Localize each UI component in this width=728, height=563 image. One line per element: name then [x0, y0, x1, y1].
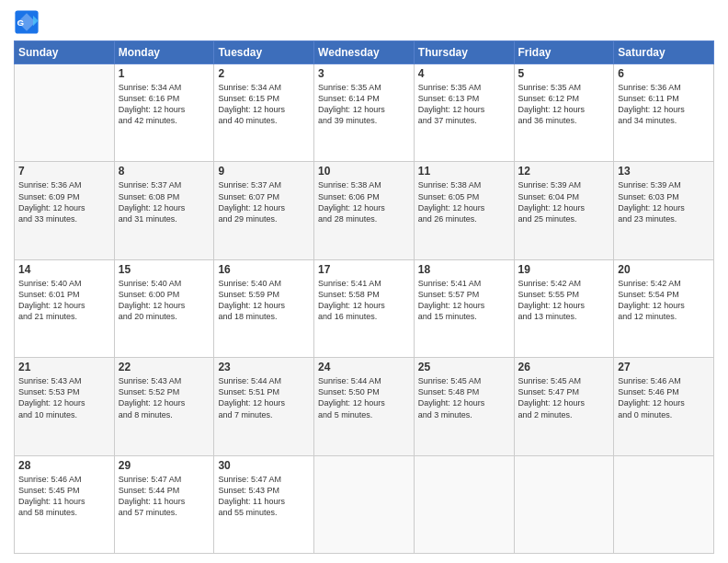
- day-info: Sunrise: 5:34 AM Sunset: 6:16 PM Dayligh…: [119, 82, 210, 127]
- day-cell: 8Sunrise: 5:37 AM Sunset: 6:08 PM Daylig…: [114, 162, 214, 259]
- day-number: 16: [218, 263, 310, 276]
- day-info: Sunrise: 5:40 AM Sunset: 6:01 PM Dayligh…: [18, 278, 110, 323]
- day-info: Sunrise: 5:36 AM Sunset: 6:11 PM Dayligh…: [618, 82, 710, 127]
- day-cell: 10Sunrise: 5:38 AM Sunset: 6:06 PM Dayli…: [314, 162, 415, 259]
- day-info: Sunrise: 5:45 AM Sunset: 5:48 PM Dayligh…: [418, 375, 510, 420]
- day-cell: [314, 455, 415, 553]
- day-cell: 9Sunrise: 5:37 AM Sunset: 6:07 PM Daylig…: [214, 162, 314, 259]
- day-number: 30: [218, 459, 310, 472]
- page: G SundayMondayTuesdayWednesdayThursdayFr…: [0, 0, 728, 563]
- weekday-header-row: SundayMondayTuesdayWednesdayThursdayFrid…: [15, 41, 714, 64]
- day-info: Sunrise: 5:41 AM Sunset: 5:58 PM Dayligh…: [318, 278, 410, 323]
- day-cell: 15Sunrise: 5:40 AM Sunset: 6:00 PM Dayli…: [114, 259, 214, 357]
- day-info: Sunrise: 5:45 AM Sunset: 5:47 PM Dayligh…: [518, 375, 610, 420]
- day-number: 12: [518, 165, 610, 178]
- weekday-header-wednesday: Wednesday: [314, 41, 415, 64]
- day-cell: 19Sunrise: 5:42 AM Sunset: 5:55 PM Dayli…: [514, 259, 614, 357]
- day-info: Sunrise: 5:39 AM Sunset: 6:04 PM Dayligh…: [518, 179, 610, 224]
- day-cell: [514, 455, 614, 553]
- weekday-header-saturday: Saturday: [614, 41, 714, 64]
- day-info: Sunrise: 5:44 AM Sunset: 5:51 PM Dayligh…: [218, 375, 310, 420]
- day-cell: 5Sunrise: 5:35 AM Sunset: 6:12 PM Daylig…: [514, 64, 614, 162]
- day-info: Sunrise: 5:43 AM Sunset: 5:53 PM Dayligh…: [18, 375, 110, 420]
- day-info: Sunrise: 5:47 AM Sunset: 5:44 PM Dayligh…: [119, 474, 210, 519]
- weekday-header-sunday: Sunday: [15, 41, 115, 64]
- day-info: Sunrise: 5:41 AM Sunset: 5:57 PM Dayligh…: [418, 278, 510, 323]
- day-cell: 25Sunrise: 5:45 AM Sunset: 5:48 PM Dayli…: [414, 358, 514, 455]
- day-number: 19: [518, 263, 610, 276]
- day-cell: 23Sunrise: 5:44 AM Sunset: 5:51 PM Dayli…: [214, 358, 314, 455]
- day-number: 27: [618, 361, 710, 373]
- day-number: 22: [119, 361, 210, 373]
- day-cell: 27Sunrise: 5:46 AM Sunset: 5:46 PM Dayli…: [614, 358, 714, 455]
- day-number: 10: [318, 165, 410, 178]
- day-info: Sunrise: 5:40 AM Sunset: 6:00 PM Dayligh…: [119, 278, 210, 323]
- day-number: 7: [18, 165, 110, 178]
- day-number: 24: [318, 361, 410, 373]
- logo: G: [14, 9, 43, 35]
- day-number: 3: [318, 67, 410, 80]
- day-number: 1: [119, 67, 210, 80]
- day-number: 28: [18, 459, 110, 472]
- svg-text:G: G: [17, 17, 25, 28]
- day-cell: [614, 455, 714, 553]
- day-info: Sunrise: 5:46 AM Sunset: 5:45 PM Dayligh…: [18, 474, 110, 519]
- day-number: 25: [418, 361, 510, 373]
- day-cell: 30Sunrise: 5:47 AM Sunset: 5:43 PM Dayli…: [214, 455, 314, 553]
- day-number: 23: [218, 361, 310, 373]
- day-number: 17: [318, 263, 410, 276]
- day-cell: 26Sunrise: 5:45 AM Sunset: 5:47 PM Dayli…: [514, 358, 614, 455]
- day-cell: 22Sunrise: 5:43 AM Sunset: 5:52 PM Dayli…: [114, 358, 214, 455]
- day-cell: 24Sunrise: 5:44 AM Sunset: 5:50 PM Dayli…: [314, 358, 415, 455]
- day-info: Sunrise: 5:39 AM Sunset: 6:03 PM Dayligh…: [618, 179, 710, 224]
- day-cell: 28Sunrise: 5:46 AM Sunset: 5:45 PM Dayli…: [15, 455, 115, 553]
- day-cell: 1Sunrise: 5:34 AM Sunset: 6:16 PM Daylig…: [114, 64, 214, 162]
- day-number: 14: [18, 263, 110, 276]
- day-info: Sunrise: 5:44 AM Sunset: 5:50 PM Dayligh…: [318, 375, 410, 420]
- day-info: Sunrise: 5:46 AM Sunset: 5:46 PM Dayligh…: [618, 375, 710, 420]
- week-row-2: 7Sunrise: 5:36 AM Sunset: 6:09 PM Daylig…: [15, 162, 714, 259]
- weekday-header-friday: Friday: [514, 41, 614, 64]
- calendar-table: SundayMondayTuesdayWednesdayThursdayFrid…: [14, 40, 714, 554]
- day-number: 13: [618, 165, 710, 178]
- day-number: 15: [119, 263, 210, 276]
- weekday-header-tuesday: Tuesday: [214, 41, 314, 64]
- day-info: Sunrise: 5:35 AM Sunset: 6:13 PM Dayligh…: [418, 82, 510, 127]
- day-info: Sunrise: 5:36 AM Sunset: 6:09 PM Dayligh…: [18, 179, 110, 224]
- day-info: Sunrise: 5:42 AM Sunset: 5:54 PM Dayligh…: [618, 278, 710, 323]
- day-cell: [414, 455, 514, 553]
- logo-icon: G: [14, 9, 40, 35]
- day-info: Sunrise: 5:38 AM Sunset: 6:06 PM Dayligh…: [318, 179, 410, 224]
- week-row-1: 1Sunrise: 5:34 AM Sunset: 6:16 PM Daylig…: [15, 64, 714, 162]
- day-info: Sunrise: 5:42 AM Sunset: 5:55 PM Dayligh…: [518, 278, 610, 323]
- weekday-header-monday: Monday: [114, 41, 214, 64]
- day-number: 21: [18, 361, 110, 373]
- day-number: 5: [518, 67, 610, 80]
- day-cell: 2Sunrise: 5:34 AM Sunset: 6:15 PM Daylig…: [214, 64, 314, 162]
- day-cell: 6Sunrise: 5:36 AM Sunset: 6:11 PM Daylig…: [614, 64, 714, 162]
- day-cell: 17Sunrise: 5:41 AM Sunset: 5:58 PM Dayli…: [314, 259, 415, 357]
- day-cell: 29Sunrise: 5:47 AM Sunset: 5:44 PM Dayli…: [114, 455, 214, 553]
- day-number: 9: [218, 165, 310, 178]
- day-cell: 11Sunrise: 5:38 AM Sunset: 6:05 PM Dayli…: [414, 162, 514, 259]
- day-number: 6: [618, 67, 710, 80]
- day-cell: 4Sunrise: 5:35 AM Sunset: 6:13 PM Daylig…: [414, 64, 514, 162]
- day-number: 11: [418, 165, 510, 178]
- day-number: 4: [418, 67, 510, 80]
- week-row-4: 21Sunrise: 5:43 AM Sunset: 5:53 PM Dayli…: [15, 358, 714, 455]
- day-number: 20: [618, 263, 710, 276]
- day-cell: 16Sunrise: 5:40 AM Sunset: 5:59 PM Dayli…: [214, 259, 314, 357]
- week-row-5: 28Sunrise: 5:46 AM Sunset: 5:45 PM Dayli…: [15, 455, 714, 553]
- weekday-header-thursday: Thursday: [414, 41, 514, 64]
- day-cell: [15, 64, 115, 162]
- day-number: 26: [518, 361, 610, 373]
- header: G: [14, 9, 714, 35]
- day-cell: 18Sunrise: 5:41 AM Sunset: 5:57 PM Dayli…: [414, 259, 514, 357]
- day-info: Sunrise: 5:35 AM Sunset: 6:12 PM Dayligh…: [518, 82, 610, 127]
- day-cell: 14Sunrise: 5:40 AM Sunset: 6:01 PM Dayli…: [15, 259, 115, 357]
- day-info: Sunrise: 5:47 AM Sunset: 5:43 PM Dayligh…: [218, 474, 310, 519]
- day-info: Sunrise: 5:37 AM Sunset: 6:07 PM Dayligh…: [218, 179, 310, 224]
- day-cell: 13Sunrise: 5:39 AM Sunset: 6:03 PM Dayli…: [614, 162, 714, 259]
- day-cell: 3Sunrise: 5:35 AM Sunset: 6:14 PM Daylig…: [314, 64, 415, 162]
- week-row-3: 14Sunrise: 5:40 AM Sunset: 6:01 PM Dayli…: [15, 259, 714, 357]
